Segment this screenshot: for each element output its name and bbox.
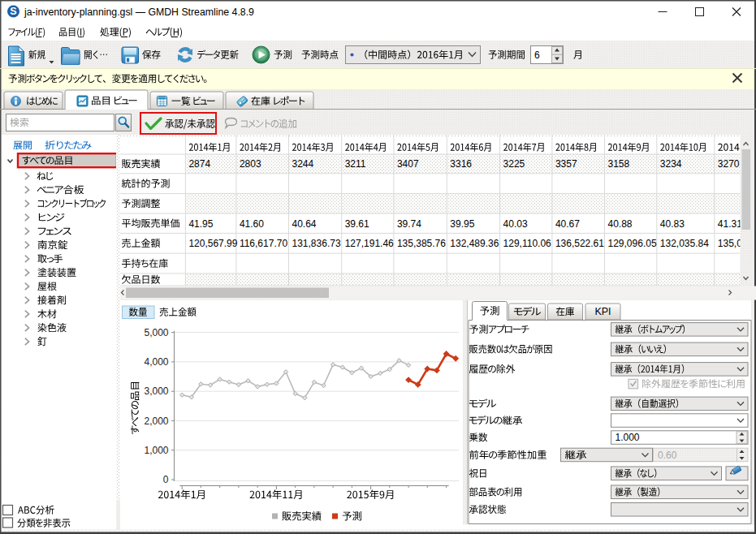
svg-text:40.88: 40.88 xyxy=(608,218,633,230)
svg-text:2,000: 2,000 xyxy=(144,416,168,427)
svg-text:3234: 3234 xyxy=(660,158,682,170)
svg-text:41.60: 41.60 xyxy=(240,218,264,230)
svg-text:3,000: 3,000 xyxy=(144,385,168,397)
svg-text:6: 6 xyxy=(534,50,540,61)
svg-text:40.03: 40.03 xyxy=(503,218,528,230)
svg-text:39.95: 39.95 xyxy=(450,218,474,230)
svg-text:2803: 2803 xyxy=(240,158,261,170)
svg-text:3357: 3357 xyxy=(555,158,577,170)
svg-text:3225: 3225 xyxy=(503,158,525,170)
svg-text:136,522.61: 136,522.61 xyxy=(555,238,604,249)
svg-text:3211: 3211 xyxy=(345,158,366,170)
svg-text:40.83: 40.83 xyxy=(660,218,685,230)
svg-text:40.64: 40.64 xyxy=(292,218,317,230)
svg-text:1.000: 1.000 xyxy=(616,432,640,443)
svg-text:ja-inventory-planning.gsl — GM: ja-inventory-planning.gsl — GMDH Streaml… xyxy=(24,6,254,18)
svg-text:0.60: 0.60 xyxy=(658,450,677,461)
svg-text:40.67: 40.67 xyxy=(555,218,580,230)
svg-text:129,096.05: 129,096.05 xyxy=(608,238,657,249)
svg-text:3158: 3158 xyxy=(608,158,630,170)
svg-text:135,0: 135,0 xyxy=(718,238,742,249)
svg-text:41.31: 41.31 xyxy=(718,218,742,230)
svg-text:KPI: KPI xyxy=(594,306,611,317)
svg-text:3407: 3407 xyxy=(397,158,419,170)
svg-text:120,567.99: 120,567.99 xyxy=(188,238,237,249)
svg-text:129,110.06: 129,110.06 xyxy=(503,238,551,249)
svg-text:135,385.76: 135,385.76 xyxy=(397,238,446,249)
svg-text:3270: 3270 xyxy=(718,158,740,170)
svg-text:39.61: 39.61 xyxy=(345,218,369,230)
svg-text:116,617.70: 116,617.70 xyxy=(240,238,287,249)
svg-text:41.95: 41.95 xyxy=(188,218,213,230)
svg-text:S: S xyxy=(10,6,16,17)
svg-text:127,191.46: 127,191.46 xyxy=(345,238,394,249)
svg-text:39.74: 39.74 xyxy=(397,218,421,230)
svg-text:1,000: 1,000 xyxy=(144,445,168,456)
svg-text:0: 0 xyxy=(163,474,169,485)
svg-text:3244: 3244 xyxy=(292,158,314,170)
svg-text:131,836.73: 131,836.73 xyxy=(292,238,341,249)
svg-text:132,035.84: 132,035.84 xyxy=(660,238,709,249)
svg-text:3316: 3316 xyxy=(450,158,472,170)
svg-text:4,000: 4,000 xyxy=(144,356,168,368)
svg-text:2874: 2874 xyxy=(188,158,210,170)
svg-text:132,489.36: 132,489.36 xyxy=(450,238,499,249)
svg-text:5,000: 5,000 xyxy=(144,327,168,338)
